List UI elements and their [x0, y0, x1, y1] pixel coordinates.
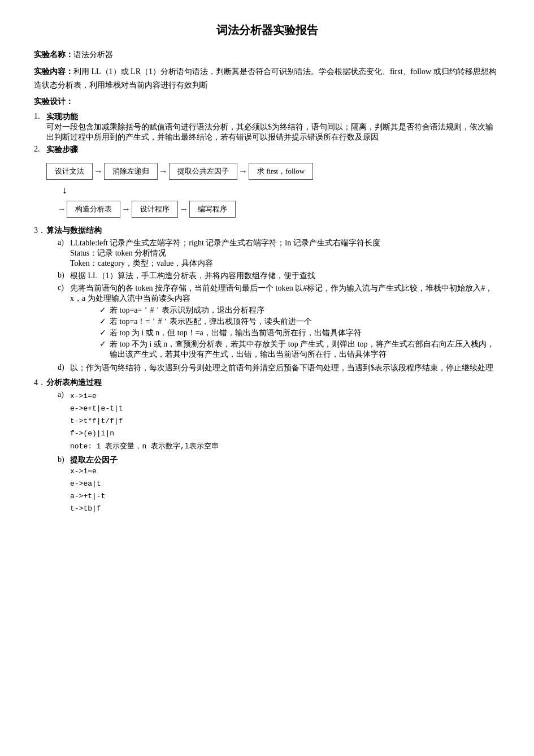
flowchart-row1: 设计文法 → 消除左递归 → 提取公共左因子 → 求 first，follow: [46, 163, 313, 180]
section3a-text: LLtable:left 记录产生式左端字符；right 记录产生式右端字符；l…: [70, 239, 380, 247]
section4-item-b: b) 提取左公因子 x->i=e e->ea|t a->+t|-t t->tb|…: [58, 455, 500, 515]
fc-box-2: 消除左递归: [104, 163, 158, 180]
section4a-content: x->i=e e->e+t|e-t|t t->t*f|t/f|f f->(e)|…: [70, 390, 219, 452]
section3-item-b: b) 根据 LL（1）算法，手工构造分析表，并将内容用数组存储，便于查找: [58, 271, 500, 281]
check1-text: 若 top=a=＇#＇表示识别成功，退出分析程序: [110, 305, 264, 316]
section1-num: 1.: [34, 112, 46, 121]
fc-arrow-3: →: [237, 166, 249, 176]
check2-text: 若 top=a！=＇#＇表示匹配，弹出栈顶符号，读头前进一个: [110, 317, 312, 327]
section3-item-a: a) LLtable:left 记录产生式左端字符；right 记录产生式右端字…: [58, 238, 500, 269]
flowchart-row2: → 构造分析表 → 设计程序 → 编写程序: [46, 201, 236, 218]
section3b-text: 根据 LL（1）算法，手工构造分析表，并将内容用数组存储，便于查找: [70, 271, 315, 280]
code-line-3: t->t*f|t/f|f: [70, 415, 219, 427]
section1-text: 可对一段包含加减乘除括号的赋值语句进行语法分析，其必须以$为终结符，语句间以；隔…: [46, 123, 493, 141]
section3b-content: 根据 LL（1）算法，手工构造分析表，并将内容用数组存储，便于查找: [70, 271, 315, 281]
experiment-name: 实验名称：语法分析器: [34, 48, 500, 62]
section3-label: 算法与数据结构: [46, 226, 102, 235]
section4b-label: 提取左公因子: [70, 456, 118, 464]
fc-arrow-5: →: [178, 204, 189, 214]
section4-content: 分析表构造过程 a) x->i=e e->e+t|e-t|t t->t*f|t/…: [46, 378, 500, 517]
check3-text: 若 top 为 i 或 n，但 top！=a，出错，输出当前语句所在行，出错具体…: [110, 328, 362, 338]
fc-arrow-1: →: [93, 166, 104, 176]
experiment-content: 实验内容：利用 LL（1）或 LR（1）分析语句语法，判断其是否符合可识别语法。…: [34, 65, 500, 92]
code-line-b2: e->ea|t: [70, 478, 118, 490]
section4b-content: 提取左公因子 x->i=e e->ea|t a->+t|-t t->tb|f: [70, 455, 118, 515]
page-title: 词法分析器实验报告: [34, 23, 500, 38]
content-label: 实验内容：: [34, 67, 73, 76]
check2: ✓ 若 top=a！=＇#＇表示匹配，弹出栈顶符号，读头前进一个: [99, 317, 500, 327]
section4-num: 4．: [34, 378, 46, 388]
section3a-sub1: Status：记录 token 分析情况: [70, 249, 166, 257]
section2-label: 实验步骤: [46, 145, 78, 154]
section2-num: 2.: [34, 145, 46, 154]
section4-item-a: a) x->i=e e->e+t|e-t|t t->t*f|t/f|f f->(…: [58, 390, 500, 452]
let-b: b): [58, 271, 70, 280]
section3d-text: 以；作为语句终结符，每次遇到分号则处理之前语句并清空后预备下语句处理，当遇到$表…: [70, 364, 493, 372]
section2-item: 2. 实验步骤 设计文法 → 消除左递归 → 提取公共左因子 → 求 first…: [34, 145, 500, 223]
let-c: c): [58, 283, 70, 292]
content-value: 利用 LL（1）或 LR（1）分析语句语法，判断其是否符合可识别语法。学会根据状…: [34, 67, 497, 89]
checkmark-2: ✓: [99, 317, 110, 326]
section3d-content: 以；作为语句终结符，每次遇到分号则处理之前语句并清空后预备下语句处理，当遇到$表…: [70, 363, 493, 373]
check4-text: 若 top 不为 i 或 n，查预测分析表，若其中存放关于 top 产生式，则弹…: [110, 339, 500, 360]
checkmark-1: ✓: [99, 305, 110, 315]
section3a-content: LLtable:left 记录产生式左端字符；right 记录产生式右端字符；l…: [70, 238, 380, 269]
check4: ✓ 若 top 不为 i 或 n，查预测分析表，若其中存放关于 top 产生式，…: [99, 339, 500, 360]
section3c-content: 先将当前语句的各 token 按序存储，当前处理语句最后一个 token 以#标…: [70, 283, 500, 361]
section2-content: 实验步骤 设计文法 → 消除左递归 → 提取公共左因子 → 求 first，fo…: [46, 145, 313, 223]
fc-box-3: 提取公共左因子: [169, 163, 237, 180]
fc-arrow-4: →: [120, 204, 132, 214]
section3c-text: 先将当前语句的各 token 按序存储，当前处理语句最后一个 token 以#标…: [70, 284, 493, 303]
code-line-4: f->(e)|i|n: [70, 427, 219, 440]
fc-box-1: 设计文法: [46, 163, 93, 180]
section3-item-d: d) 以；作为语句终结符，每次遇到分号则处理之前语句并清空后预备下语句处理，当遇…: [58, 363, 500, 373]
code-line-1: x->i=e: [70, 390, 219, 403]
section3-num: 3．: [34, 226, 46, 236]
check1: ✓ 若 top=a=＇#＇表示识别成功，退出分析程序: [99, 305, 500, 316]
code-line-b3: a->+t|-t: [70, 490, 118, 503]
name-value: 语法分析器: [73, 50, 113, 59]
fc-arrow-row2-start: →: [57, 205, 67, 214]
section3-content: 算法与数据结构 a) LLtable:left 记录产生式左端字符；right …: [46, 226, 500, 375]
let-a: a): [58, 238, 70, 247]
code-note: note: i 表示变量，n 表示数字,l表示空串: [70, 440, 219, 453]
section4-item: 4． 分析表构造过程 a) x->i=e e->e+t|e-t|t t->t*f…: [34, 378, 500, 517]
let-4b: b): [58, 455, 70, 464]
section3a-sub2: Token：category，类型；value，具体内容: [70, 259, 213, 267]
section1-label: 实现功能: [46, 113, 78, 121]
let-d: d): [58, 363, 70, 372]
checkmark-4: ✓: [99, 339, 110, 349]
section3-item: 3． 算法与数据结构 a) LLtable:left 记录产生式左端字符；rig…: [34, 226, 500, 375]
fc-box-7: 编写程序: [189, 201, 236, 218]
fc-box-6: 设计程序: [132, 201, 178, 218]
fc-arrow-2: →: [158, 166, 169, 176]
section3-item-c: c) 先将当前语句的各 token 按序存储，当前处理语句最后一个 token …: [58, 283, 500, 361]
checkmark-3: ✓: [99, 328, 110, 338]
code-line-b1: x->i=e: [70, 465, 118, 478]
code-line-2: e->e+t|e-t|t: [70, 403, 219, 415]
name-label: 实验名称：: [34, 50, 73, 59]
let-4a: a): [58, 390, 70, 399]
section4-label: 分析表构造过程: [46, 378, 102, 387]
section1-item: 1. 实现功能 可对一段包含加减乘除括号的赋值语句进行语法分析，其必须以$为终结…: [34, 112, 500, 142]
fc-box-5: 构造分析表: [67, 201, 120, 218]
code-line-b4: t->tb|f: [70, 503, 118, 515]
section1-content: 实现功能 可对一段包含加减乘除括号的赋值语句进行语法分析，其必须以$为终结符，语…: [46, 112, 500, 142]
flowchart-connector: ↓: [62, 184, 67, 196]
flowchart: 设计文法 → 消除左递归 → 提取公共左因子 → 求 first，follow …: [46, 163, 313, 218]
experiment-design-label: 实验设计：: [34, 95, 500, 109]
check3: ✓ 若 top 为 i 或 n，但 top！=a，出错，输出当前语句所在行，出错…: [99, 328, 500, 338]
section3c-checks: ✓ 若 top=a=＇#＇表示识别成功，退出分析程序 ✓ 若 top=a！=＇#…: [70, 305, 500, 360]
fc-box-4: 求 first，follow: [249, 163, 313, 180]
